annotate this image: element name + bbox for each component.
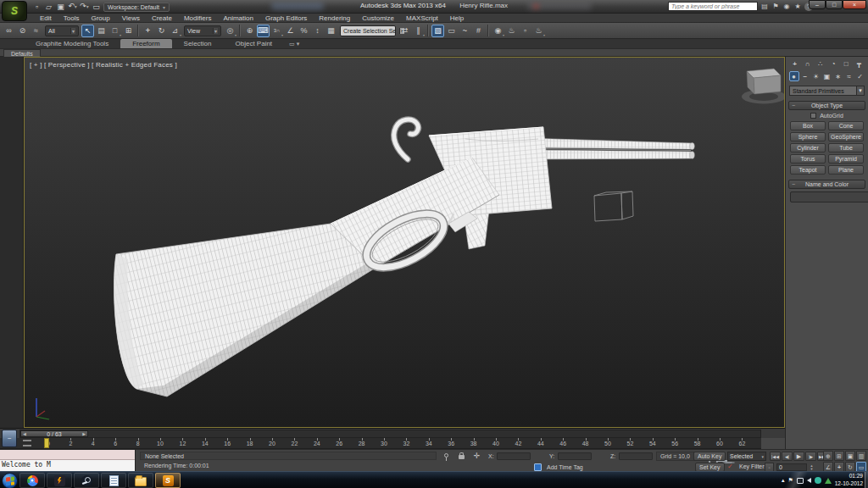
subscription-icon[interactable]: ⚑: [771, 3, 780, 10]
helpers-category-icon[interactable]: [833, 71, 843, 81]
next-frame-arrow-icon[interactable]: ▶: [82, 431, 86, 436]
go-to-start-button[interactable]: [770, 452, 781, 461]
isolate-pin-icon[interactable]: [444, 453, 448, 458]
render-setup-icon[interactable]: [505, 25, 518, 37]
sync-app-icon[interactable]: [815, 477, 821, 484]
previous-frame-button[interactable]: [782, 452, 793, 461]
object-button-sphere[interactable]: Sphere: [790, 132, 826, 141]
viewport-label[interactable]: [ + ] [ Perspective ] [ Realistic + Edge…: [30, 61, 177, 69]
track-bar[interactable]: 0246810121416182022242628303234363840424…: [0, 438, 785, 449]
menu-modifiers[interactable]: Modifiers: [178, 14, 217, 22]
rectangular-selection-region-icon[interactable]: ▾: [108, 25, 121, 37]
edit-named-selection-sets-icon[interactable]: [325, 25, 337, 37]
object-button-cone[interactable]: Cone: [828, 121, 864, 130]
taskbar-winamp-button[interactable]: [47, 473, 72, 488]
y-coordinate-field[interactable]: [558, 452, 592, 460]
align-icon[interactable]: ▾: [412, 25, 425, 37]
search-input[interactable]: [668, 2, 758, 11]
bind-to-space-warp-icon[interactable]: [30, 25, 42, 37]
previous-frame-arrow-icon[interactable]: ◀: [23, 431, 26, 436]
select-and-rotate-icon[interactable]: [155, 25, 168, 37]
ribbon-tab-graphite-modeling-tools[interactable]: Graphite Modeling Tools: [24, 39, 120, 48]
close-button[interactable]: ×: [843, 0, 866, 9]
menu-animation[interactable]: Animation: [217, 14, 259, 22]
maximize-button[interactable]: □: [826, 0, 843, 9]
search-icon[interactable]: ▤: [760, 3, 769, 10]
current-frame-marker[interactable]: [44, 438, 49, 448]
rendered-frame-window-icon[interactable]: [519, 25, 531, 37]
network-icon[interactable]: [797, 478, 804, 484]
motion-tab-icon[interactable]: [828, 58, 838, 69]
open-mini-curve-editor-button[interactable]: ~: [2, 430, 17, 447]
material-editor-icon[interactable]: ▾: [492, 25, 504, 37]
display-tab-icon[interactable]: [841, 58, 851, 69]
utilities-tab-icon[interactable]: [854, 58, 864, 69]
taskbar-chrome-button[interactable]: [19, 473, 45, 488]
object-button-box[interactable]: Box: [790, 121, 826, 130]
curve-editor-icon[interactable]: [459, 25, 471, 37]
space-warps-category-icon[interactable]: [844, 71, 854, 81]
google-drive-icon[interactable]: [825, 478, 832, 484]
rifle-wireframe-model[interactable]: [114, 119, 694, 396]
application-menu-button[interactable]: S: [2, 1, 27, 21]
communication-icon[interactable]: ◉: [782, 3, 791, 10]
object-button-plane[interactable]: Plane: [828, 165, 864, 175]
macro-recorder-pane[interactable]: [0, 450, 135, 460]
favorites-star-icon[interactable]: ★: [793, 3, 802, 10]
x-coordinate-field[interactable]: [497, 452, 531, 460]
hierarchy-tab-icon[interactable]: [815, 58, 826, 69]
primitive-category-dropdown[interactable]: Standard Primitives ▼: [789, 86, 865, 96]
menu-group[interactable]: Group: [85, 14, 115, 22]
object-button-geosphere[interactable]: GeoSphere: [828, 132, 864, 141]
new-file-icon[interactable]: ▫: [32, 3, 42, 12]
time-slider-grip[interactable]: ◀ 0 / 63 ▶: [20, 430, 88, 437]
snaps-toggle-icon[interactable]: ▾: [270, 25, 283, 37]
angle-snap-toggle-icon[interactable]: [284, 25, 297, 37]
zoom-extents-all-icon[interactable]: [856, 451, 866, 461]
z-coordinate-field[interactable]: [619, 452, 653, 460]
percent-snap-toggle-icon[interactable]: [298, 25, 310, 37]
shapes-category-icon[interactable]: [800, 71, 810, 81]
systems-category-icon[interactable]: [855, 71, 865, 81]
redo-icon[interactable]: ↷▾: [80, 2, 89, 12]
menu-rendering[interactable]: Rendering: [313, 14, 356, 22]
object-button-pyramid[interactable]: Pyramid: [828, 154, 864, 164]
taskbar-notepad-button[interactable]: [101, 473, 126, 488]
select-and-move-icon[interactable]: [142, 25, 154, 37]
zoom-extents-icon[interactable]: [845, 451, 855, 461]
spinner-snap-toggle-icon[interactable]: [311, 25, 324, 37]
current-frame-field[interactable]: [776, 463, 807, 471]
save-file-icon[interactable]: ▣: [56, 3, 65, 12]
speaker-icon[interactable]: [807, 478, 811, 483]
window-crossing-icon[interactable]: [122, 25, 135, 37]
menu-customize[interactable]: Customize: [356, 14, 400, 22]
add-time-tag-button[interactable]: Add Time Tag: [547, 464, 583, 470]
reference-coordinate-dropdown[interactable]: View▾: [184, 25, 221, 36]
select-and-scale-icon[interactable]: ▾: [169, 25, 181, 37]
ribbon-tab-selection[interactable]: Selection: [172, 39, 224, 48]
track-bar-ruler[interactable]: 0246810121416182022242628303234363840424…: [0, 438, 761, 449]
named-selection-set-dropdown[interactable]: Create Selection Se▾: [340, 25, 396, 36]
menu-tools[interactable]: Tools: [58, 14, 86, 22]
box-helper-wireframe[interactable]: [594, 191, 633, 221]
render-production-icon[interactable]: ▾: [532, 25, 545, 37]
name-color-rollout-header[interactable]: − Name and Color: [788, 180, 865, 189]
open-file-icon[interactable]: ▱: [44, 3, 53, 12]
key-mode-dropdown[interactable]: Selected ▾: [727, 452, 766, 461]
absolute-mode-transform-icon[interactable]: ✛: [472, 452, 481, 461]
menu-graph-editors[interactable]: Graph Editors: [259, 14, 313, 22]
select-and-manipulate-icon[interactable]: [243, 25, 256, 37]
maxscript-mini-listener[interactable]: Welcome to M: [0, 450, 136, 472]
taskbar-3dsmax-button[interactable]: S: [155, 473, 181, 488]
viewcube[interactable]: [742, 69, 784, 104]
select-and-link-icon[interactable]: [3, 25, 15, 37]
taskbar-clock[interactable]: 01:29 12-10-2012: [835, 473, 863, 488]
menu-views[interactable]: Views: [116, 14, 146, 22]
modify-tab-icon[interactable]: [803, 58, 813, 69]
object-type-rollout-header[interactable]: − Object Type: [788, 101, 865, 110]
schematic-view-icon[interactable]: [472, 25, 485, 37]
object-button-cylinder[interactable]: Cylinder: [790, 143, 826, 152]
select-by-name-icon[interactable]: [95, 25, 108, 37]
key-filters-curve-icon[interactable]: ✓: [727, 463, 733, 470]
show-hidden-icons-icon[interactable]: ▴: [782, 477, 785, 484]
